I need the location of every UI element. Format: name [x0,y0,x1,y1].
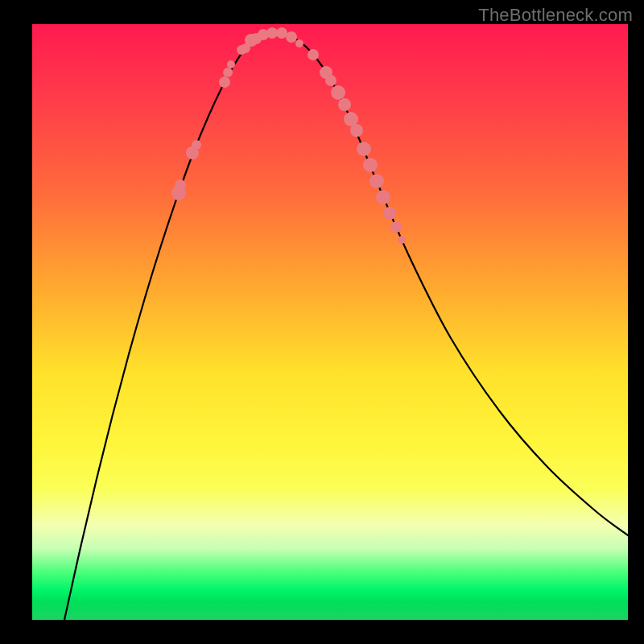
highlight-dot [383,207,396,220]
highlight-dot [219,76,230,88]
highlight-dot [390,221,402,233]
highlight-dot [276,27,287,39]
watermark-text: TheBottleneck.com [478,5,633,26]
plot-area [32,24,628,620]
highlight-dots [171,27,406,244]
highlight-dot [295,39,303,47]
highlight-dot [357,142,371,156]
highlight-dot [338,98,351,111]
highlight-dot [350,124,363,137]
highlight-dot [331,85,345,100]
highlight-dot [175,180,186,191]
highlight-dot [398,236,406,244]
highlight-dot [223,68,233,77]
highlight-dot [266,27,278,39]
highlight-dot [192,140,201,150]
chart-stage: TheBottleneck.com [0,0,644,644]
highlight-dot [376,190,390,204]
highlight-dot [308,49,319,60]
bottleneck-curve-svg [32,24,628,620]
highlight-dot [286,31,297,43]
highlight-dot [369,174,384,188]
highlight-dot [325,75,336,86]
highlight-dot [363,158,378,172]
highlight-dot [227,60,235,68]
